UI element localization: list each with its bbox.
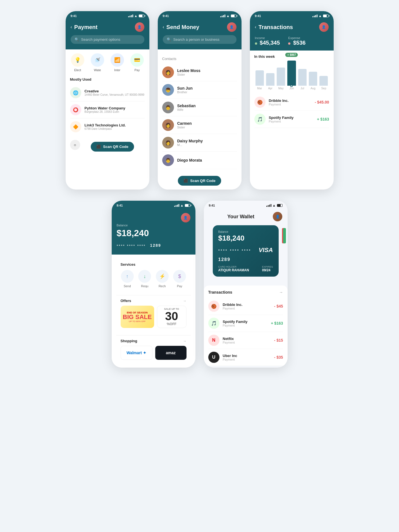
payment-item-1[interactable]: ⭕ Pyhton Water Company Burgerplatz 28, 1… [70,101,145,118]
income-label: Income [255,36,280,40]
wallet-transactions: Transactions → 🏀 Dribble Inc. Payment - … [204,286,288,366]
contact-2[interactable]: 👨 Sebastian Wife [162,99,237,116]
payment-addr-2: 6798 Dare Underpass [85,127,145,130]
avatar-trans[interactable]: 👤 [319,22,329,32]
contact-info-0: Leslee Moss Sister [177,68,200,76]
avatar-send[interactable]: 👤 [227,22,236,32]
quick-action-elect[interactable]: 💡 Elect [71,53,84,72]
avatar-balance[interactable]: 👤 [181,213,190,222]
trans-list: 🏀 Dribble Inc. Payment - $45.00 🎵 Spotif… [250,94,334,132]
service-rech[interactable]: ⚡ Rech [156,270,169,288]
trans-item-0[interactable]: 🏀 Dribble Inc. Payment - $45.00 [254,94,329,111]
trans-item-1[interactable]: 🎵 Spotify Family Payment + $163 [254,111,329,128]
wallet-info-0: Dribble Inc. Payment [223,303,271,310]
avatar-payment[interactable]: 👤 [135,22,144,32]
avatar-sebastian: 👨 [162,102,174,113]
bar-jun-fill: + $867 [287,61,296,86]
trans-icon-dribble: 🏀 [254,97,266,108]
time-balance: 9:41 [117,204,123,207]
wifi-icon: ▲ [134,14,138,18]
payment-item-2[interactable]: 🔶 Link3 Technologies Ltd. 6798 Dare Unde… [70,118,145,135]
service-send[interactable]: ↑ Send [121,270,134,288]
offers-see-all[interactable]: → [183,299,187,303]
back-arrow-trans[interactable]: ‹ [255,25,256,30]
wallet-trans-2[interactable]: N Netflix Payment - $15 [208,332,283,349]
send-label: Send [124,284,131,288]
offer-30-number: 30 [165,310,178,322]
wallet-trans-1[interactable]: 🎵 Spotify Family Payment + $163 [208,315,283,332]
bar-jul: Jul [298,69,307,90]
signal-icon-send [220,15,225,17]
status-bar-balance: 9:41 ▲ [112,201,195,209]
offer-30-card[interactable]: SALE UP TO 30 %OFF [157,306,187,328]
chart-tooltip: + $867 [285,53,298,57]
scan-qr-button-send[interactable]: ⬛ Scan QR Code [178,176,221,186]
offer-30-sub: %OFF [167,322,176,326]
contact-5[interactable]: 👨 Diego Morata [162,152,237,169]
balance-header: 👤 Balance $18,240 •••• •••• •••• 1289 [112,209,195,255]
wallet-header: Your Wallet 👤 [204,209,288,225]
wallet-amount-1: + $163 [271,321,283,325]
expires-label: EXPIRES [262,265,273,268]
wallet-icon-spotify: 🎵 [208,318,219,329]
pay-icon: 💳 [130,53,144,67]
service-icons: ↑ Send ↓ Requ ⚡ Rech $ Pay [121,270,187,288]
wallet-card-wrapper: Balance $18,240 •••• •••• •••• VISA 1289… [204,225,288,286]
time-wallet: 9:41 [209,204,215,207]
brand-walmart[interactable]: Walmart ✦ [121,346,152,360]
quick-action-pay[interactable]: 💳 Pay [130,53,144,72]
payment-item-0[interactable]: 🌐 Creative 14460 Beier Curve, Venamouth,… [70,84,145,101]
send-icon: ↑ [121,270,134,283]
search-icon-send: 🔍 [167,37,171,42]
wallet-amount-0: - $45 [274,304,283,308]
wate-icon: 🚿 [91,53,104,67]
wallet-info-1: Spotify Family Payment [223,320,268,327]
phones-row-2: 9:41 ▲ 👤 Balance $18,240 •••• •••• ••• [112,201,288,368]
wallet-icon-netflix: N [208,335,219,346]
avatar-wallet[interactable]: 👤 [273,212,282,221]
payment-search-bar[interactable]: 🔍 Search payment options [71,35,144,44]
shopping-see-all[interactable]: → [183,339,187,343]
quick-action-inter[interactable]: 📶 Inter [111,53,124,72]
pay-service-icon: $ [173,270,186,283]
service-requ[interactable]: ↓ Requ [138,270,151,288]
contact-info-2: Sebastian Wife [177,104,196,111]
contact-1[interactable]: 👦 Sun Jun Brother [162,81,237,99]
bar-sep-fill [319,76,328,86]
contact-4[interactable]: 👩 Daisy Murphy M... [162,134,237,152]
contacts-section: Contacts 👩 Leslee Moss Sister 👦 Sun Jun … [162,53,237,169]
wifi-icon-trans: ▲ [319,14,322,18]
back-arrow-send[interactable]: ‹ [163,25,164,30]
bar-mar-fill [255,70,264,86]
wifi-icon-wallet: ▲ [273,203,276,207]
contact-0[interactable]: 👩 Leslee Moss Sister [162,64,237,81]
wallet-icon-dribble: 🏀 [208,301,219,312]
bar-aug-fill [309,72,317,86]
big-sale-card[interactable]: END OF SEASON BIG SALE UP TO 80% OFF [121,306,154,328]
trans-amount-0: - $45.00 [315,100,329,104]
payment-name-0: Creative [85,89,145,93]
contact-info-4: Daisy Murphy M... [177,139,203,147]
scan-qr-button-payment[interactable]: ⬛ Scan QR Code [91,142,134,152]
status-icons-balance: ▲ [174,203,190,207]
wallet-trans-0[interactable]: 🏀 Dribble Inc. Payment - $45 [208,298,283,315]
wallet-icon-uber: U [208,352,219,363]
trans-body: In this week Mar Apr May [250,51,334,132]
wallet-card[interactable]: Balance $18,240 •••• •••• •••• VISA 1289… [213,225,279,277]
wallet-trans-3[interactable]: U Uber Inc Payment - $35 [208,349,283,366]
wate-label: Wate [94,68,101,72]
payment-phone: 9:41 ▲ ‹ Payment 👤 🔍 [66,11,149,190]
service-pay[interactable]: $ Pay [173,270,186,288]
brand-amazon[interactable]: amaz [155,346,187,360]
divider-2 [116,335,191,336]
wallet-info-2: Netflix Payment [223,337,271,344]
offers-section: Offers → END OF SEASON BIG SALE UP TO 80… [116,299,191,332]
send-search-bar[interactable]: 🔍 Search a person or business [163,35,236,44]
contact-3[interactable]: 👩 Carmen Sister [162,116,237,134]
quick-action-wate[interactable]: 🚿 Wate [91,53,104,72]
status-bar-send: 9:41 ▲ [158,11,242,20]
back-arrow[interactable]: ‹ [71,25,72,30]
shopping-section: Shopping → Walmart ✦ amaz [116,339,191,364]
payment-name-1: Pyhton Water Company [85,106,145,110]
wallet-trans-arrow[interactable]: → [279,290,283,294]
